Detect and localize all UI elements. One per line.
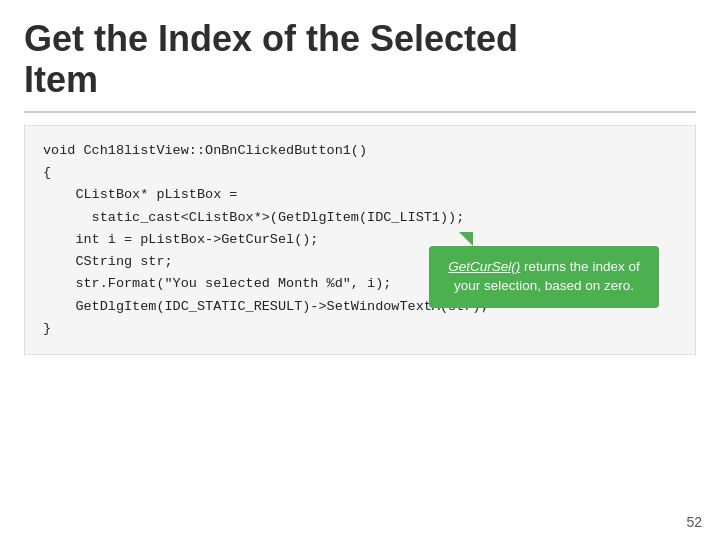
title-line2: Item xyxy=(24,59,98,100)
code-block: void Cch18listView::OnBnClickedButton1()… xyxy=(24,125,696,355)
tooltip-box: GetCurSel() returns the index of your se… xyxy=(429,246,659,308)
code-content: void Cch18listView::OnBnClickedButton1()… xyxy=(43,140,677,340)
page-number: 52 xyxy=(686,514,702,530)
title-area: Get the Index of the Selected Item xyxy=(0,0,720,111)
title-line1: Get the Index of the Selected xyxy=(24,18,518,59)
slide-title: Get the Index of the Selected Item xyxy=(24,18,696,101)
tooltip-link: GetCurSel() xyxy=(448,259,520,274)
title-divider xyxy=(24,111,696,113)
slide-container: Get the Index of the Selected Item void … xyxy=(0,0,720,540)
